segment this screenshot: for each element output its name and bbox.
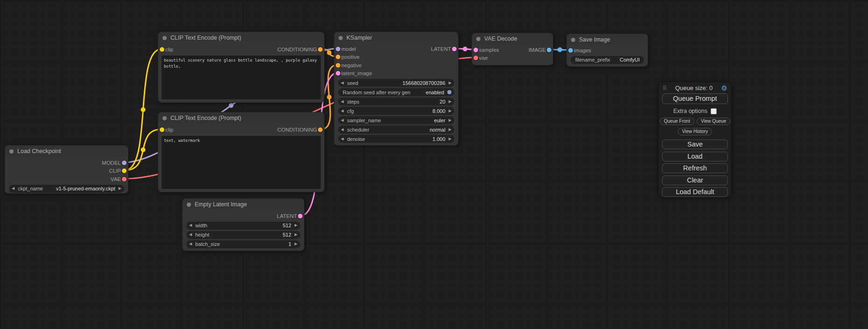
decrement-arrow-icon[interactable]: ◀ — [341, 100, 344, 104]
node-title-label: VAE Decode — [484, 35, 517, 42]
queue-front-button[interactable]: Queue Front — [660, 118, 694, 125]
decrement-arrow-icon[interactable]: ◀ — [341, 137, 344, 141]
node-header[interactable]: VAE Decode — [472, 33, 553, 44]
widget-scheduler[interactable]: ◀ scheduler normal ▶ — [338, 126, 454, 133]
increment-arrow-icon[interactable]: ▶ — [449, 81, 452, 85]
decrement-arrow-icon[interactable]: ◀ — [341, 81, 344, 85]
clear-button[interactable]: Clear — [662, 175, 728, 185]
input-dot-positive[interactable] — [336, 55, 340, 59]
node-clip-text-encode-negative[interactable]: CLIP Text Encode (Prompt) clip CONDITION… — [158, 112, 325, 192]
save-button[interactable]: Save — [662, 140, 728, 149]
widget-denoise[interactable]: ◀ denoise 1.000 ▶ — [338, 135, 454, 143]
input-label: negative — [341, 63, 361, 68]
node-header[interactable]: Empty Latent Image — [183, 199, 304, 210]
decrement-arrow-icon[interactable]: ◀ — [341, 128, 344, 132]
collapse-dot[interactable] — [9, 149, 14, 154]
extra-options-checkbox[interactable] — [711, 108, 717, 114]
view-queue-button[interactable]: View Queue — [697, 118, 730, 125]
input-dot-model[interactable] — [336, 47, 340, 51]
input-dot-clip[interactable] — [160, 47, 164, 52]
input-label: clip — [165, 127, 173, 133]
collapse-dot[interactable] — [162, 36, 167, 40]
queue-buttons-row: Queue Front View Queue — [659, 118, 731, 125]
input-slot-positive: positive — [334, 53, 458, 62]
increment-arrow-icon[interactable]: ▶ — [449, 109, 452, 113]
toggle-dot[interactable] — [447, 90, 452, 94]
output-dot-model[interactable] — [122, 161, 127, 165]
queue-prompt-button[interactable]: Queue Prompt — [662, 93, 728, 104]
refresh-button[interactable]: Refresh — [662, 163, 728, 173]
decrement-arrow-icon[interactable]: ◀ — [341, 119, 344, 122]
output-dot-conditioning[interactable] — [318, 127, 323, 132]
input-dot-vae[interactable] — [473, 56, 478, 60]
widget-steps[interactable]: ◀ steps 20 ▶ — [338, 98, 454, 105]
widget-height[interactable]: ◀ height 512 ▶ — [186, 231, 300, 239]
increment-arrow-icon[interactable]: ▶ — [295, 233, 297, 237]
node-header[interactable]: Save Image — [567, 34, 648, 45]
node-ksampler[interactable]: KSampler model LATENT positive negative … — [334, 32, 459, 146]
slot-rows: images — [567, 45, 648, 55]
collapse-dot[interactable] — [187, 203, 191, 207]
widget-random-seed-toggle[interactable]: Random seed after every gen enabled — [338, 88, 454, 96]
settings-gear-icon[interactable]: ⚙ — [721, 84, 727, 91]
widget-cfg[interactable]: ◀ cfg 8.000 ▶ — [338, 107, 454, 115]
output-label: CONDITIONING — [277, 127, 317, 133]
increment-arrow-icon[interactable]: ▶ — [449, 100, 452, 104]
slot-row-clip-conditioning: clip CONDITIONING — [158, 45, 324, 54]
drag-handle-icon[interactable]: ⠿ — [663, 85, 667, 91]
collapse-dot[interactable] — [476, 37, 480, 41]
increment-arrow-icon[interactable]: ▶ — [119, 187, 121, 190]
input-dot-images[interactable] — [568, 48, 573, 53]
output-dot-latent[interactable] — [452, 47, 457, 51]
slot-rows: clip CONDITIONING — [158, 43, 324, 54]
increment-arrow-icon[interactable]: ▶ — [449, 128, 452, 132]
positive-prompt-textarea[interactable]: beautiful scenery nature glass bottle la… — [162, 56, 321, 99]
decrement-arrow-icon[interactable]: ◀ — [189, 233, 192, 237]
view-history-button[interactable]: View History — [678, 128, 712, 135]
collapse-dot[interactable] — [162, 116, 167, 120]
increment-arrow-icon[interactable]: ▶ — [449, 119, 452, 122]
collapse-dot[interactable] — [339, 36, 343, 40]
output-dot-conditioning[interactable] — [318, 47, 323, 52]
collapse-dot[interactable] — [571, 38, 575, 42]
output-dot-image[interactable] — [547, 48, 551, 52]
increment-arrow-icon[interactable]: ▶ — [295, 242, 297, 246]
increment-arrow-icon[interactable]: ▶ — [295, 224, 297, 227]
widget-value: 512 — [282, 232, 291, 238]
node-save-image[interactable]: Save Image images filename_prefix ComfyU… — [566, 34, 648, 67]
widget-value: 20 — [440, 99, 445, 105]
input-dot-samples[interactable] — [473, 48, 478, 52]
input-dot-latent-image[interactable] — [336, 71, 340, 76]
widget-filename-prefix[interactable]: filename_prefix ComfyUI — [571, 56, 644, 64]
decrement-arrow-icon[interactable]: ◀ — [189, 224, 192, 227]
negative-prompt-textarea[interactable]: text, watermark — [162, 136, 321, 189]
node-header[interactable]: KSampler — [334, 32, 458, 43]
node-vae-decode[interactable]: VAE Decode samples IMAGE vae — [472, 33, 553, 65]
decrement-arrow-icon[interactable]: ◀ — [189, 242, 192, 246]
load-button[interactable]: Load — [662, 152, 728, 161]
load-default-button[interactable]: Load Default — [662, 187, 728, 197]
widget-batch-size[interactable]: ◀ batch_size 1 ▶ — [186, 240, 300, 248]
widget-sampler-name[interactable]: ◀ sampler_name euler ▶ — [338, 116, 454, 124]
node-empty-latent-image[interactable]: Empty Latent Image LATENT ◀ width 512 ▶ … — [182, 198, 304, 251]
input-dot-clip[interactable] — [160, 127, 164, 132]
node-header[interactable]: CLIP Text Encode (Prompt) — [158, 112, 324, 124]
decrement-arrow-icon[interactable]: ◀ — [341, 109, 344, 113]
output-dot-clip[interactable] — [122, 168, 127, 173]
node-graph-canvas[interactable]: Load Checkpoint MODEL CLIP VAE ◀ ckpt_na… — [0, 0, 868, 329]
output-label: CONDITIONING — [277, 47, 317, 52]
increment-arrow-icon[interactable]: ▶ — [449, 137, 452, 141]
widget-width[interactable]: ◀ width 512 ▶ — [186, 222, 300, 230]
output-slot-latent: LATENT — [183, 212, 304, 220]
widget-value: 512 — [282, 223, 291, 228]
decrement-arrow-icon[interactable]: ◀ — [12, 187, 14, 190]
node-header[interactable]: CLIP Text Encode (Prompt) — [158, 32, 324, 43]
input-dot-negative[interactable] — [336, 63, 340, 68]
output-dot-vae[interactable] — [122, 177, 127, 182]
node-header[interactable]: Load Checkpoint — [5, 146, 128, 157]
widget-seed[interactable]: ◀ seed 156680208700286 ▶ — [338, 79, 454, 87]
node-load-checkpoint[interactable]: Load Checkpoint MODEL CLIP VAE ◀ ckpt_na… — [5, 145, 128, 194]
widget-ckpt-name[interactable]: ◀ ckpt_name v1-5-pruned-emaonly.ckpt ▶ — [9, 185, 124, 193]
output-dot-latent[interactable] — [298, 214, 303, 218]
node-clip-text-encode-positive[interactable]: CLIP Text Encode (Prompt) clip CONDITION… — [158, 32, 325, 103]
